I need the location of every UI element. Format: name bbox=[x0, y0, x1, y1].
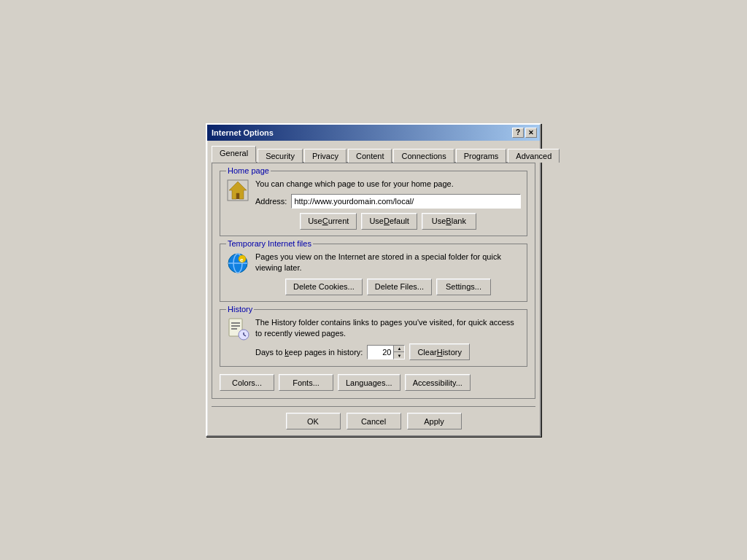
tab-privacy[interactable]: Privacy bbox=[304, 149, 347, 163]
delete-cookies-button[interactable]: Delete Cookies... bbox=[285, 279, 363, 295]
ie-icon: e bbox=[226, 252, 249, 275]
use-default-button[interactable]: Use Default bbox=[361, 213, 417, 230]
svg-rect-9 bbox=[231, 322, 240, 324]
history-description: The History folder contains links to pag… bbox=[255, 317, 521, 340]
homepage-buttons: Use Current Use Default Use Blank bbox=[255, 213, 521, 230]
use-current-button[interactable]: Use Current bbox=[300, 213, 357, 230]
days-input[interactable]: 20 bbox=[367, 345, 393, 359]
title-bar-controls: ? ✕ bbox=[512, 128, 537, 138]
homepage-description: You can change which page to use for you… bbox=[255, 179, 521, 190]
history-group: History The History folder contains link… bbox=[220, 309, 527, 368]
homepage-group: Home page You can change which page to u… bbox=[220, 171, 527, 236]
days-spinner: 20 ▲ ▼ bbox=[367, 345, 405, 359]
tab-advanced[interactable]: Advanced bbox=[508, 149, 560, 163]
svg-rect-11 bbox=[231, 328, 237, 330]
tab-connections[interactable]: Connections bbox=[393, 149, 454, 163]
ok-button[interactable]: OK bbox=[286, 413, 341, 429]
temp-files-group: Temporary Internet files e Pages you vie… bbox=[220, 244, 527, 302]
homepage-text-area: You can change which page to use for you… bbox=[255, 179, 521, 230]
spinner-up-button[interactable]: ▲ bbox=[394, 346, 404, 353]
svg-rect-2 bbox=[236, 193, 239, 199]
tab-general[interactable]: General bbox=[212, 146, 256, 163]
svg-text:e: e bbox=[240, 257, 244, 263]
address-input[interactable] bbox=[291, 194, 521, 209]
temp-files-group-content: e Pages you view on the Internet are sto… bbox=[226, 252, 521, 295]
tab-bar: General Security Privacy Content Connect… bbox=[212, 144, 535, 163]
languages-button[interactable]: Languages... bbox=[338, 374, 400, 391]
window-title: Internet Options bbox=[212, 128, 274, 137]
clear-history-button[interactable]: Clear History bbox=[409, 343, 470, 360]
days-label: Days to keep pages in history: bbox=[255, 348, 363, 357]
temp-files-title: Temporary Internet files bbox=[226, 239, 313, 248]
homepage-group-content: You can change which page to use for you… bbox=[226, 179, 521, 230]
address-row: Address: bbox=[255, 194, 521, 209]
internet-options-dialog: Internet Options ? ✕ General Security Pr… bbox=[206, 123, 541, 438]
homepage-group-title: Home page bbox=[226, 166, 271, 175]
close-button[interactable]: ✕ bbox=[525, 128, 537, 138]
dialog-buttons: OK Cancel Apply bbox=[212, 406, 535, 429]
accessibility-button[interactable]: Accessibility... bbox=[405, 374, 471, 391]
tab-security[interactable]: Security bbox=[258, 149, 303, 163]
history-group-content: The History folder contains links to pag… bbox=[226, 317, 521, 361]
title-bar: Internet Options ? ✕ bbox=[207, 125, 540, 141]
temp-files-description: Pages you view on the Internet are store… bbox=[255, 252, 521, 274]
fonts-button[interactable]: Fonts... bbox=[279, 374, 333, 391]
colors-button[interactable]: Colors... bbox=[220, 374, 274, 391]
title-bar-text: Internet Options bbox=[212, 128, 274, 137]
history-row: Days to keep pages in history: 20 ▲ ▼ Cl… bbox=[255, 343, 521, 360]
address-label: Address: bbox=[255, 197, 287, 206]
spinner-down-button[interactable]: ▼ bbox=[394, 352, 404, 359]
tab-content[interactable]: Content bbox=[348, 149, 392, 163]
svg-rect-10 bbox=[231, 325, 240, 327]
settings-button[interactable]: Settings... bbox=[436, 279, 491, 295]
history-icon bbox=[226, 317, 249, 341]
temp-files-text-area: Pages you view on the Internet are store… bbox=[255, 252, 521, 295]
tab-programs[interactable]: Programs bbox=[456, 149, 507, 163]
history-text-area: The History folder contains links to pag… bbox=[255, 317, 521, 361]
window-body: General Security Privacy Content Connect… bbox=[207, 141, 540, 436]
history-group-title: History bbox=[226, 305, 254, 314]
spinner-arrows: ▲ ▼ bbox=[393, 345, 405, 359]
bottom-buttons: Colors... Fonts... Languages... Accessib… bbox=[220, 374, 527, 391]
cancel-button[interactable]: Cancel bbox=[347, 413, 401, 429]
delete-files-button[interactable]: Delete Files... bbox=[367, 279, 432, 295]
home-icon bbox=[226, 179, 249, 202]
help-button[interactable]: ? bbox=[512, 128, 524, 138]
apply-button[interactable]: Apply bbox=[407, 413, 462, 429]
tab-content-general: Home page You can change which page to u… bbox=[212, 163, 535, 400]
use-blank-button[interactable]: Use Blank bbox=[422, 213, 476, 230]
temp-files-buttons: Delete Cookies... Delete Files... Settin… bbox=[255, 279, 521, 295]
